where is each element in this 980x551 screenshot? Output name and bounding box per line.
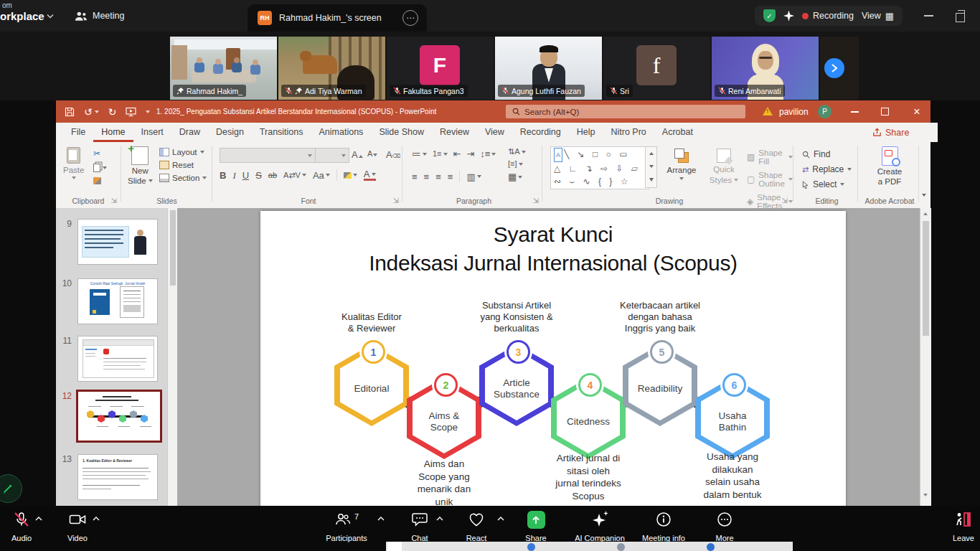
section-button[interactable]: Section xyxy=(159,174,207,182)
font-color-icon[interactable]: A xyxy=(364,170,376,181)
save-icon[interactable] xyxy=(65,107,75,117)
caption-readability[interactable]: Keterbacaan artikel dengan bahasa Inggri… xyxy=(606,300,714,334)
thumbnail-scrollbar[interactable] xyxy=(167,208,178,551)
next-participants-button[interactable] xyxy=(824,58,844,78)
layout-button[interactable]: Layout xyxy=(159,148,207,156)
font-dialog-launcher[interactable]: ⇲ xyxy=(393,197,399,204)
tab-help[interactable]: Help xyxy=(569,123,603,142)
account-name[interactable]: pavilion xyxy=(779,100,809,123)
slide-thumbnail-11[interactable] xyxy=(77,336,158,382)
toolbar-meeting-info[interactable]: Meeting info xyxy=(634,509,693,544)
decrease-indent-icon[interactable]: ⇤ xyxy=(453,149,461,159)
font-name-dropdown[interactable] xyxy=(220,148,316,163)
paste-button[interactable]: Paste xyxy=(63,147,84,179)
scrollbar-thumb[interactable] xyxy=(170,210,176,286)
quick-styles-button[interactable]: Quick Styles xyxy=(705,149,743,184)
scroll-up-icon[interactable] xyxy=(923,212,928,215)
chat-options-chevron[interactable] xyxy=(435,516,444,522)
scrollbar-thumb[interactable] xyxy=(923,221,929,336)
find-button[interactable]: Find xyxy=(802,149,852,159)
share-button[interactable]: Share xyxy=(872,123,909,142)
toolbar-react[interactable]: React xyxy=(455,509,498,544)
toolbar-participants[interactable]: 7 Participants xyxy=(319,509,374,544)
reset-button[interactable]: Reset xyxy=(159,161,207,169)
qat-customize-chevron[interactable] xyxy=(146,110,150,113)
smartart-icon[interactable]: ▦ xyxy=(508,172,526,182)
tab-file[interactable]: File xyxy=(63,123,93,142)
change-case-icon[interactable]: Aa xyxy=(313,171,330,180)
decrease-font-icon[interactable]: A xyxy=(367,150,377,158)
copy-icon[interactable] xyxy=(93,164,107,172)
restore-button[interactable] xyxy=(956,13,965,22)
video-tile-reni[interactable]: Reni Ambarwati xyxy=(712,37,819,100)
align-text-icon[interactable]: [≡] xyxy=(508,160,526,168)
slide-title-line1[interactable]: Syarat Kunci xyxy=(260,222,846,247)
paragraph-dialog-launcher[interactable]: ⇲ xyxy=(533,197,539,204)
toolbar-audio[interactable]: Audio xyxy=(1,509,42,544)
increase-indent-icon[interactable]: ⇥ xyxy=(466,149,474,159)
video-options-chevron[interactable] xyxy=(92,516,100,522)
font-size-dropdown[interactable] xyxy=(315,148,349,163)
participants-options-chevron[interactable] xyxy=(377,516,385,522)
toolbar-leave[interactable]: Leave xyxy=(953,509,980,544)
video-tile-adi[interactable]: Adi Tiya Warman xyxy=(278,37,385,100)
tab-nitro-pro[interactable]: Nitro Pro xyxy=(603,123,654,142)
clipboard-dialog-launcher[interactable]: ⇲ xyxy=(111,197,117,204)
align-center-icon[interactable]: ≡ xyxy=(424,172,430,182)
arrange-button[interactable]: Arrange xyxy=(662,149,701,180)
slide-canvas-area[interactable]: Syarat Kunci Indeksasi Jurnal Internasio… xyxy=(177,208,920,551)
increase-font-icon[interactable]: A xyxy=(352,150,363,159)
slide-canvas[interactable]: Syarat Kunci Indeksasi Jurnal Internasio… xyxy=(260,211,846,551)
toolbar-ai-companion[interactable]: AI Companion xyxy=(565,509,634,544)
scroll-down-icon[interactable] xyxy=(923,494,928,496)
video-tile-agung[interactable]: Agung Luthfi Fauzan xyxy=(495,37,602,100)
slide-scrollbar[interactable] xyxy=(920,208,931,551)
tab-meeting[interactable]: Meeting xyxy=(75,0,124,32)
slide-thumbnail-10[interactable]: Contoh Rapi Selingk. Jurnal Ilmiah xyxy=(77,278,158,324)
ppt-minimize-button[interactable] xyxy=(851,111,859,113)
undo-icon[interactable]: ↺ xyxy=(84,106,99,118)
tab-draw[interactable]: Draw xyxy=(171,123,208,142)
video-tile-sri[interactable]: f Sri xyxy=(603,37,710,100)
ai-sparkle-icon[interactable] xyxy=(783,11,794,22)
align-right-icon[interactable]: ≡ xyxy=(435,172,441,182)
tab-recording[interactable]: Recording xyxy=(512,123,569,142)
toolbar-video[interactable]: Video xyxy=(57,509,98,544)
columns-icon[interactable]: ▥ xyxy=(466,172,481,182)
tab-home[interactable]: Home xyxy=(93,123,133,142)
strike-ab-icon[interactable]: ab xyxy=(268,171,277,179)
toolbar-chat[interactable]: Chat xyxy=(400,509,440,544)
caption-editorial[interactable]: Kualitas Editor & Reviewer xyxy=(321,311,422,334)
tab-options-icon[interactable]: ⋯ xyxy=(402,10,418,26)
minimize-button[interactable] xyxy=(924,15,933,17)
cut-icon[interactable]: ✂ xyxy=(93,149,100,159)
account-avatar[interactable]: P xyxy=(818,105,831,118)
caption-usaha-bathin[interactable]: Usaha yang dilakukan selain usaha dalam … xyxy=(682,451,783,501)
caption-aims-scope[interactable]: Aims dan Scope yang menarik dan unik xyxy=(394,458,494,508)
security-shield-icon[interactable]: ✓ xyxy=(763,9,776,22)
redo-icon[interactable]: ↻ xyxy=(108,106,117,118)
ppt-close-button[interactable]: × xyxy=(907,100,927,123)
tab-acrobat[interactable]: Acrobat xyxy=(654,123,701,142)
text-direction-icon[interactable]: ⇅A xyxy=(508,148,526,156)
audio-options-chevron[interactable] xyxy=(34,516,43,522)
tab-insert[interactable]: Insert xyxy=(133,123,171,142)
search-input[interactable]: Search (Alt+Q) xyxy=(506,105,745,118)
caption-citedness[interactable]: Artikel jurnal di sitasi oleh jurnal ter… xyxy=(538,452,639,502)
slide-thumbnail-13[interactable]: 1. Kualitas Editor & Reviewer xyxy=(77,454,158,500)
slide-thumbnail-12[interactable] xyxy=(76,390,162,443)
view-button[interactable]: View ▦ xyxy=(862,11,894,22)
underline-icon[interactable]: U xyxy=(242,171,249,180)
tab-view[interactable]: View xyxy=(477,123,512,142)
tab-transitions[interactable]: Transitions xyxy=(252,123,311,142)
strikethrough-icon[interactable]: S xyxy=(255,171,262,180)
format-painter-icon[interactable] xyxy=(93,177,101,184)
shape-outline-button[interactable]: ▢Shape Outline xyxy=(747,171,793,188)
drawing-dialog-launcher[interactable]: ⇲ xyxy=(782,197,788,204)
bold-icon[interactable]: B xyxy=(220,171,226,180)
ppt-restore-button[interactable] xyxy=(881,108,889,116)
tab-animations[interactable]: Animations xyxy=(311,123,372,142)
highlight-color-icon[interactable] xyxy=(344,172,357,179)
tab-slide-show[interactable]: Slide Show xyxy=(371,123,432,142)
annotation-button[interactable] xyxy=(0,474,22,503)
